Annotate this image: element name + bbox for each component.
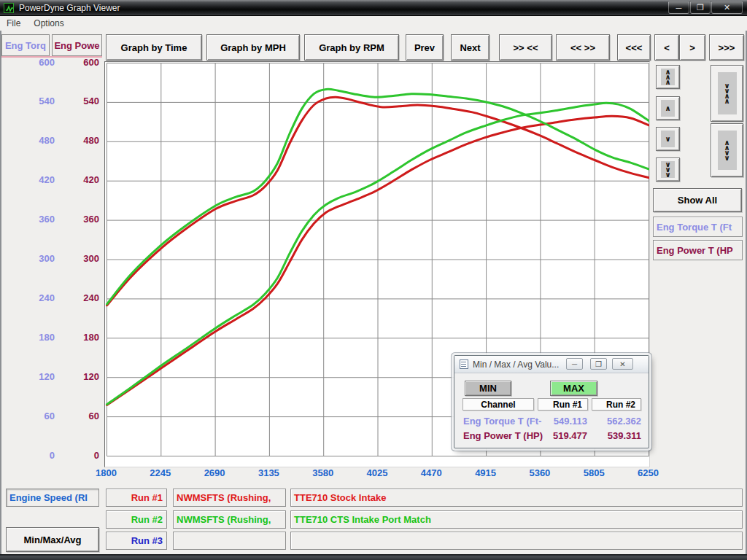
y-tick-power: 360 bbox=[48, 214, 99, 225]
y-tick-power: 600 bbox=[48, 57, 99, 68]
dialog-row-run2-value: 539.311 bbox=[589, 430, 641, 441]
y-tick-torque: 540 bbox=[4, 96, 55, 106]
run-file-2[interactable]: NWMSFTS (Rushing, bbox=[173, 510, 286, 529]
y-tick-torque: 480 bbox=[4, 135, 55, 146]
y-tick-torque: 240 bbox=[4, 292, 55, 303]
menu-item-file[interactable]: File bbox=[0, 17, 27, 30]
chevrons-expand-icon: ∧∧∨∨ bbox=[718, 131, 737, 170]
toolbar-button-graphbymph[interactable]: Graph by MPH bbox=[206, 34, 300, 61]
dialog-row-run2-value: 562.362 bbox=[589, 416, 641, 427]
toolbar-button-graphbyrpm[interactable]: Graph by RPM bbox=[304, 34, 399, 61]
y-tick-power: 420 bbox=[48, 174, 99, 185]
toolbar-button-[interactable]: <<< bbox=[617, 34, 651, 61]
chevron-triple-down-icon: ∨∨∨ bbox=[661, 161, 675, 178]
x-tick: 2690 bbox=[204, 467, 225, 478]
chevron-glyph: ∨ bbox=[665, 136, 670, 141]
dialog-minimize-button[interactable]: ─ bbox=[566, 358, 583, 370]
toolbar-button-[interactable]: >>> bbox=[709, 34, 744, 61]
chevrons-collapse-button[interactable]: ∨∨∧∧ bbox=[711, 65, 743, 122]
toolbar-button-prev[interactable]: Prev bbox=[406, 34, 444, 61]
y-tick-power: 540 bbox=[48, 96, 99, 106]
dialog-row-channel: Eng Power T (HP) bbox=[463, 430, 543, 441]
channel-label-power[interactable]: Eng Power T (HP bbox=[653, 240, 743, 260]
y-tick-power: 240 bbox=[48, 292, 99, 303]
minmax-dialog[interactable]: Min / Max / Avg Valu... ─ ❐ ✕ MIN MAX Ch… bbox=[454, 355, 649, 448]
x-tick: 5805 bbox=[584, 467, 605, 478]
toolbar-button-next[interactable]: Next bbox=[451, 34, 489, 61]
y-tick-torque: 60 bbox=[4, 411, 55, 421]
run-desc-3[interactable] bbox=[290, 532, 743, 550]
y-tick-torque: 120 bbox=[4, 371, 55, 382]
tab-eng-powe[interactable]: Eng Powe bbox=[52, 34, 102, 56]
window-edge-bottom bbox=[0, 554, 747, 560]
x-tick: 4915 bbox=[475, 467, 496, 478]
chevron-glyph: ∧ bbox=[665, 106, 670, 111]
run-label-1[interactable]: Run #1 bbox=[106, 489, 167, 507]
run-file-3[interactable] bbox=[173, 532, 286, 550]
x-tick: 4470 bbox=[421, 467, 442, 478]
channel-label-torque[interactable]: Eng Torque T (Ft bbox=[653, 217, 743, 237]
run-label-3[interactable]: Run #3 bbox=[106, 532, 167, 550]
x-tick: 1800 bbox=[96, 467, 117, 478]
x-tick: 2245 bbox=[150, 467, 171, 478]
chevron-glyph: ∨ bbox=[665, 172, 670, 177]
x-tick: 3135 bbox=[258, 467, 279, 478]
close-button[interactable]: ✕ bbox=[711, 1, 743, 14]
run-desc-1[interactable]: TTE710 Stock Intake bbox=[290, 489, 743, 507]
menu-item-options[interactable]: Options bbox=[27, 17, 70, 30]
dialog-col-header-run1[interactable]: Run #1 bbox=[538, 398, 588, 411]
chevron-glyph: ∧ bbox=[724, 98, 729, 104]
min-max-avg-button[interactable]: Min/Max/Avg bbox=[6, 527, 99, 552]
y-tick-torque: 180 bbox=[4, 332, 55, 343]
show-all-button[interactable]: Show All bbox=[653, 188, 742, 212]
toolbar-button-graphbytime[interactable]: Graph by Time bbox=[106, 34, 202, 61]
run-file-1[interactable]: NWMSFTS (Rushing, bbox=[173, 489, 286, 507]
chevron-up-button[interactable]: ∧ bbox=[656, 96, 680, 120]
maximize-button[interactable]: ❐ bbox=[690, 1, 711, 14]
toolbar-button-[interactable]: > bbox=[679, 34, 705, 61]
toolbar-button-[interactable]: < bbox=[654, 34, 679, 61]
max-button[interactable]: MAX bbox=[550, 381, 597, 396]
y-tick-power: 180 bbox=[48, 332, 99, 343]
chevrons-expand-button[interactable]: ∧∧∨∨ bbox=[711, 123, 743, 177]
chevron-triple-down-button[interactable]: ∨∨∨ bbox=[656, 158, 680, 182]
tab-eng-torq[interactable]: Eng Torq bbox=[1, 34, 50, 56]
toolbar-button-[interactable]: << >> bbox=[556, 34, 610, 61]
x-tick: 6250 bbox=[638, 467, 659, 478]
dialog-row-run1-value: 549.113 bbox=[535, 416, 587, 427]
dialog-row-run1-value: 519.477 bbox=[535, 430, 587, 441]
y-tick-power: 300 bbox=[48, 253, 99, 264]
dialog-col-header-run2[interactable]: Run #2 bbox=[592, 398, 641, 411]
x-tick: 5360 bbox=[529, 467, 550, 478]
window-title: PowerDyne Graph Viewer bbox=[19, 3, 120, 13]
x-axis-name-box[interactable]: Engine Speed (RI bbox=[6, 489, 99, 507]
chevron-triple-up-icon: ∧∧∧ bbox=[661, 69, 675, 85]
minimize-button[interactable]: ─ bbox=[668, 1, 689, 14]
dialog-icon bbox=[460, 359, 468, 369]
run-desc-2[interactable]: TTE710 CTS Intake Port Match bbox=[290, 510, 743, 529]
x-tick: 3580 bbox=[312, 467, 333, 478]
chevrons-collapse-icon: ∨∨∧∧ bbox=[718, 72, 737, 114]
y-tick-torque: 300 bbox=[4, 253, 55, 264]
window-edge-left bbox=[0, 31, 1, 556]
chevron-down-button[interactable]: ∨ bbox=[656, 127, 680, 151]
min-button[interactable]: MIN bbox=[465, 381, 511, 396]
menubar: FileOptions bbox=[0, 16, 747, 31]
window-titlebar[interactable]: PowerDyne Graph Viewer ─ ❐ ✕ bbox=[0, 0, 747, 16]
run-label-2[interactable]: Run #2 bbox=[106, 510, 167, 529]
y-tick-power: 0 bbox=[48, 450, 99, 461]
dialog-row-channel: Eng Torque T (Ft- bbox=[463, 416, 541, 427]
dialog-title: Min / Max / Avg Valu... bbox=[473, 359, 559, 370]
chevron-glyph: ∨ bbox=[724, 155, 729, 160]
dialog-col-header-channel[interactable]: Channel bbox=[462, 398, 534, 411]
chevron-glyph: ∧ bbox=[665, 79, 670, 85]
y-tick-power: 60 bbox=[48, 411, 99, 421]
y-tick-power: 120 bbox=[48, 371, 99, 382]
toolbar-button-[interactable]: >> << bbox=[499, 34, 552, 61]
x-tick: 4025 bbox=[367, 467, 388, 478]
y-tick-power: 480 bbox=[48, 135, 99, 146]
dialog-restore-button[interactable]: ❐ bbox=[590, 358, 607, 370]
y-tick-torque: 420 bbox=[4, 174, 55, 185]
chevron-triple-up-button[interactable]: ∧∧∧ bbox=[656, 65, 680, 89]
dialog-close-button[interactable]: ✕ bbox=[612, 358, 633, 370]
